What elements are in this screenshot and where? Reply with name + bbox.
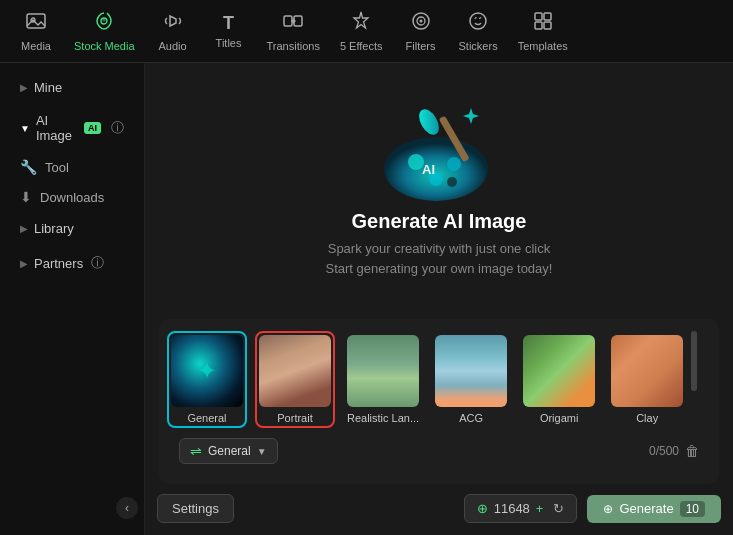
- nav-titles-label: Titles: [216, 37, 242, 49]
- ai-badge: AI: [84, 122, 101, 134]
- effects-icon: [350, 10, 372, 37]
- bottom-bar: ⇌ General ▼ 0/500 🗑: [167, 438, 711, 472]
- nav-media[interactable]: Media: [10, 6, 62, 56]
- credits-plus-icon: ⊕: [477, 501, 488, 516]
- sidebar-item-mine[interactable]: ▶ Mine: [6, 72, 138, 103]
- nav-stickers[interactable]: Stickers: [451, 6, 506, 56]
- style-selector[interactable]: ⇌ General ▼: [179, 438, 278, 464]
- nav-transitions-label: Transitions: [267, 40, 320, 52]
- sidebar-item-partners[interactable]: ▶ Partners ⓘ: [6, 246, 138, 280]
- svg-text:AI: AI: [422, 162, 435, 177]
- svg-rect-3: [284, 16, 292, 26]
- char-count: 0/500 🗑: [649, 443, 699, 459]
- style-label-general: General: [187, 412, 226, 424]
- sidebar-library-label: Library: [34, 221, 74, 236]
- nav-transitions[interactable]: Transitions: [259, 6, 328, 56]
- nav-templates-label: Templates: [518, 40, 568, 52]
- filters-icon: [410, 10, 432, 37]
- ai-image-chevron: ▼: [20, 123, 30, 134]
- nav-titles[interactable]: T Titles: [203, 9, 255, 53]
- svg-rect-11: [535, 22, 542, 29]
- style-thumb-acg: [435, 335, 507, 407]
- style-selector-chevron: ▼: [257, 446, 267, 457]
- style-grid: General Portrait Realistic Lan... ACG: [167, 331, 687, 428]
- generate-button[interactable]: ⊕ Generate 10: [587, 495, 721, 523]
- stock-media-icon: [93, 10, 115, 37]
- generate-icon: ⊕: [603, 502, 613, 516]
- sidebar-downloads-label: Downloads: [40, 190, 104, 205]
- templates-icon: [532, 10, 554, 37]
- credits-button[interactable]: ⊕ 11648 + ↻: [464, 494, 578, 523]
- main-content: AI Generate AI Image Spark your creativi…: [145, 63, 733, 535]
- sidebar-mine-label: Mine: [34, 80, 62, 95]
- svg-point-7: [419, 20, 422, 23]
- style-thumb-clay: [611, 335, 683, 407]
- mine-chevron: ▶: [20, 82, 28, 93]
- svg-rect-12: [544, 22, 551, 29]
- style-selector-icon: ⇌: [190, 443, 202, 459]
- top-navigation: Media Stock Media Audio T Titles: [0, 0, 733, 63]
- nav-filters[interactable]: Filters: [395, 6, 447, 56]
- char-count-value: 0/500: [649, 444, 679, 458]
- sidebar-partners-label: Partners: [34, 256, 83, 271]
- credits-count: 11648: [494, 501, 530, 516]
- nav-effects[interactable]: 5 Effects: [332, 6, 391, 56]
- nav-audio-label: Audio: [158, 40, 186, 52]
- style-item-clay[interactable]: Clay: [607, 331, 687, 428]
- style-label-clay: Clay: [636, 412, 658, 424]
- bottom-actions: Settings ⊕ 11648 + ↻ ⊕ Generate 10: [145, 494, 733, 535]
- style-item-origami[interactable]: Origami: [519, 331, 599, 428]
- collapse-sidebar-button[interactable]: ‹: [116, 497, 138, 519]
- hero-section: AI Generate AI Image Spark your creativi…: [145, 63, 733, 309]
- collapse-section: ‹: [0, 489, 144, 527]
- style-grid-container: General Portrait Realistic Lan... ACG: [159, 319, 719, 484]
- svg-rect-0: [27, 14, 45, 28]
- svg-point-13: [384, 137, 488, 201]
- hero-subtitle-line2: Start generating your own image today!: [326, 259, 553, 279]
- style-scrollbar[interactable]: [691, 331, 697, 391]
- nav-audio[interactable]: Audio: [147, 6, 199, 56]
- transitions-icon: [282, 10, 304, 37]
- refresh-icon: ↻: [553, 501, 564, 516]
- sidebar-item-tool[interactable]: 🔧 Tool: [6, 153, 138, 181]
- style-label-portrait: Portrait: [277, 412, 312, 424]
- style-item-realistic[interactable]: Realistic Lan...: [343, 331, 423, 428]
- style-thumb-realistic: [347, 335, 419, 407]
- main-layout: ▶ Mine ▼ AI Image AI ⓘ 🔧 Tool ⬇ Download…: [0, 63, 733, 535]
- svg-point-19: [415, 106, 443, 138]
- sidebar: ▶ Mine ▼ AI Image AI ⓘ 🔧 Tool ⬇ Download…: [0, 63, 145, 535]
- stickers-icon: [467, 10, 489, 37]
- svg-point-16: [447, 157, 461, 171]
- downloads-icon: ⬇: [20, 189, 32, 205]
- sidebar-item-downloads[interactable]: ⬇ Downloads: [6, 183, 138, 211]
- svg-rect-9: [535, 13, 542, 20]
- media-icon: [25, 10, 47, 37]
- partners-chevron: ▶: [20, 258, 28, 269]
- style-item-portrait[interactable]: Portrait: [255, 331, 335, 428]
- style-label-realistic: Realistic Lan...: [347, 412, 419, 424]
- audio-icon: [162, 10, 184, 37]
- style-thumb-portrait: [259, 335, 331, 407]
- hero-subtitle-line1: Spark your creativity with just one clic…: [326, 239, 553, 259]
- sidebar-item-ai-image[interactable]: ▼ AI Image AI ⓘ: [6, 105, 138, 151]
- nav-effects-label: 5 Effects: [340, 40, 383, 52]
- nav-templates[interactable]: Templates: [510, 6, 576, 56]
- tool-icon: 🔧: [20, 159, 37, 175]
- style-thumb-origami: [523, 335, 595, 407]
- settings-button[interactable]: Settings: [157, 494, 234, 523]
- titles-icon: T: [223, 13, 234, 34]
- nav-stock-media[interactable]: Stock Media: [66, 6, 143, 56]
- style-item-acg[interactable]: ACG: [431, 331, 511, 428]
- nav-media-label: Media: [21, 40, 51, 52]
- sidebar-ai-image-label: AI Image: [36, 113, 76, 143]
- svg-point-8: [470, 13, 486, 29]
- style-thumb-general: [171, 335, 243, 407]
- style-label-origami: Origami: [540, 412, 579, 424]
- style-label-acg: ACG: [459, 412, 483, 424]
- trash-icon[interactable]: 🗑: [685, 443, 699, 459]
- style-item-general[interactable]: General: [167, 331, 247, 428]
- sidebar-item-library[interactable]: ▶ Library: [6, 213, 138, 244]
- nav-stickers-label: Stickers: [459, 40, 498, 52]
- sidebar-tool-label: Tool: [45, 160, 69, 175]
- generate-count: 10: [680, 501, 705, 517]
